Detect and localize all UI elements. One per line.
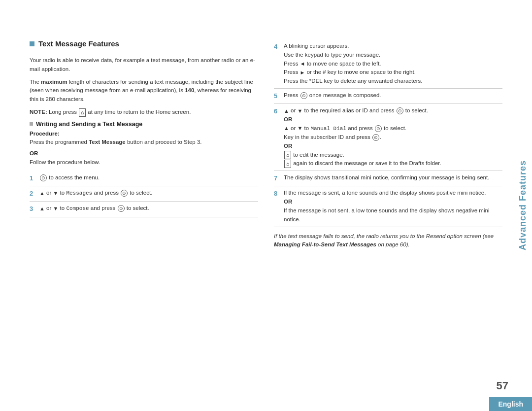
step-6: 6 ▲ or ▼ to the required alias or ID and…	[274, 104, 502, 171]
step-8-content: If the message is sent, a tone sounds an…	[284, 189, 502, 224]
step-7: 7 The display shows transitional mini no…	[274, 171, 502, 186]
messages-code: Messages	[66, 190, 92, 196]
procedure-text2: Follow the procedure below.	[30, 158, 258, 167]
step-5-num: 5	[274, 91, 281, 101]
side-tab: Advanced Features	[513, 0, 532, 411]
or-label-6a: OR	[284, 116, 292, 122]
step-2-num: 2	[30, 189, 36, 199]
step-7-num: 7	[274, 173, 281, 183]
step-1: 1 ⊙ to access the menu.	[30, 171, 258, 186]
section-title-text: Text Message Features	[38, 39, 119, 48]
page-container: Advanced Features English 57 Text Messag…	[0, 0, 532, 411]
step-6-num: 6	[274, 106, 281, 116]
step-1-content: ⊙ to access the menu.	[39, 173, 258, 182]
note-text: NOTE: Long press ⌂ at any time to return…	[30, 108, 258, 116]
step-5-content: Press ⊙ once message is composed.	[284, 91, 502, 100]
procedure-label: Procedure:	[30, 131, 258, 137]
step-8: 8 If the message is sent, a tone sounds …	[274, 186, 502, 227]
arrow-down-icon-2: ▼	[53, 189, 59, 198]
right-column: 4 A blinking cursor appears. Use the key…	[274, 39, 502, 381]
step-3-num: 3	[30, 204, 36, 214]
english-badge: English	[489, 397, 532, 411]
ok-icon-5: ⊙	[300, 92, 307, 99]
or-label-6b: OR	[284, 143, 292, 149]
ok-icon-6a: ⊙	[397, 107, 403, 114]
sub-section-title: Writing and Sending a Text Message	[30, 121, 258, 128]
side-tab-label: Advanced Features	[518, 160, 528, 250]
steps-list-right: 4 A blinking cursor appears. Use the key…	[274, 39, 502, 227]
step-4-num: 4	[274, 42, 281, 52]
step-3: 3 ▲ or ▼ to Compose and press ⊙ to selec…	[30, 202, 258, 217]
step-2-content: ▲ or ▼ to Messages and press ⊙ to select…	[39, 189, 258, 198]
ok-icon-6c: ⊙	[372, 134, 379, 141]
arrow-up-icon-6b: ▲	[284, 124, 289, 133]
arrow-down-icon-3: ▼	[53, 205, 59, 213]
step-7-content: The display shows transitional mini noti…	[284, 173, 502, 182]
home-icon: ⌂	[79, 108, 86, 117]
note-body: Long press ⌂ at any time to return to th…	[49, 109, 191, 115]
arrow-up-icon-6a: ▲	[284, 107, 289, 115]
footer-text: If the text message fails to send, the r…	[274, 232, 502, 250]
or-label-1: OR	[30, 150, 258, 156]
steps-list-left: 1 ⊙ to access the menu. 2 ▲ or ▼ to Mess…	[30, 171, 258, 217]
sub-section-title-text: Writing and Sending a Text Message	[36, 121, 142, 128]
step-6-content: ▲ or ▼ to the required alias or ID and p…	[284, 106, 502, 168]
arrow-up-icon-2: ▲	[39, 189, 45, 198]
home-icon-6a: ⌂	[284, 151, 291, 160]
intro-paragraph-1: Your radio is able to receive data, for …	[30, 56, 258, 74]
ok-icon-6b: ⊙	[375, 125, 382, 132]
intro-paragraph-2: The maximum length of characters for sen…	[30, 78, 258, 104]
left-column: Text Message Features Your radio is able…	[30, 39, 258, 381]
ok-icon-2: ⊙	[121, 190, 128, 197]
arrow-up-icon-3: ▲	[39, 205, 45, 213]
note-label: NOTE:	[30, 109, 47, 115]
or-label-8: OR	[284, 199, 292, 205]
sub-section-icon	[30, 122, 33, 126]
content-area: Text Message Features Your radio is able…	[30, 39, 502, 381]
page-number: 57	[497, 379, 508, 392]
section-title-icon	[30, 41, 34, 46]
step-4-content: A blinking cursor appears. Use the keypa…	[284, 42, 502, 86]
arrow-down-icon-6a: ▼	[298, 107, 303, 115]
step-1-num: 1	[30, 173, 36, 183]
ok-icon-1: ⊙	[40, 174, 47, 181]
manual-dial-code: Manual Dial	[310, 126, 346, 132]
arrow-right-icon: ►	[300, 68, 305, 77]
step-4: 4 A blinking cursor appears. Use the key…	[274, 39, 502, 89]
step-3-content: ▲ or ▼ to Compose and press ⊙ to select.	[39, 204, 258, 213]
section-title: Text Message Features	[30, 39, 258, 51]
arrow-left-icon: ◄	[300, 60, 305, 68]
step-5: 5 Press ⊙ once message is composed.	[274, 89, 502, 104]
step-8-num: 8	[274, 189, 281, 199]
arrow-down-icon-6b: ▼	[298, 124, 303, 133]
ok-icon-3: ⊙	[118, 205, 125, 212]
procedure-text1: Press the programmed Text Message button…	[30, 138, 258, 147]
step-2: 2 ▲ or ▼ to Messages and press ⊙ to sele…	[30, 186, 258, 202]
home-icon-6b: ⌂	[284, 160, 291, 169]
compose-code: Compose	[66, 206, 89, 211]
